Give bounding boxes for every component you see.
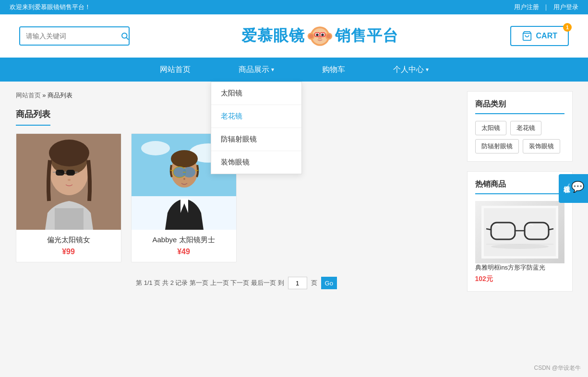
category-tag-laohua[interactable]: 老花镜 bbox=[510, 121, 541, 135]
svg-point-10 bbox=[316, 34, 319, 36]
search-icon bbox=[120, 32, 129, 40]
top-bar-right: 用户注册 ｜ 用户登录 bbox=[514, 3, 578, 12]
product-price-1: ¥99 bbox=[22, 247, 115, 256]
svg-point-6 bbox=[309, 34, 313, 38]
product-price-2: ¥49 bbox=[137, 247, 230, 256]
product-info-2: Aabbye 太阳镜男士 ¥49 bbox=[132, 230, 236, 262]
dropdown-item-laohua[interactable]: 老花镜 bbox=[211, 105, 301, 128]
svg-point-15 bbox=[318, 36, 322, 39]
nav-item-products[interactable]: 商品展示 ▾ 太阳镜 老花镜 防辐射眼镜 装饰眼镜 bbox=[215, 58, 298, 82]
sidebar-hot: 热销商品 bbox=[467, 171, 573, 292]
svg-point-11 bbox=[321, 34, 324, 36]
sidebar-categories: 商品类别 太阳镜 老花镜 防辐射眼镜 装饰眼镜 bbox=[467, 91, 573, 162]
product-image-1 bbox=[16, 134, 121, 230]
pagination-input[interactable] bbox=[288, 277, 307, 289]
section-title: 商品列表 bbox=[16, 108, 50, 126]
sidebar-category-title: 商品类别 bbox=[475, 99, 564, 114]
separator: ｜ bbox=[543, 3, 549, 11]
product-name-1: 偏光太阳镜女 bbox=[22, 236, 115, 245]
category-tag-fangfu[interactable]: 防辐射眼镜 bbox=[475, 139, 519, 153]
dropdown-item-zhuangshi[interactable]: 装饰眼镜 bbox=[211, 151, 301, 174]
cart-label: CART bbox=[536, 32, 557, 40]
svg-point-49 bbox=[491, 244, 549, 249]
svg-point-33 bbox=[171, 150, 198, 167]
cart-badge: 1 bbox=[563, 23, 572, 32]
hot-product-name: 典雅明框ins方形字防蓝光 bbox=[475, 263, 564, 272]
login-link[interactable]: 用户登录 bbox=[553, 3, 578, 11]
search-input[interactable] bbox=[20, 27, 116, 45]
svg-line-38 bbox=[170, 170, 173, 171]
sidebar-hot-title: 热销商品 bbox=[475, 179, 564, 194]
svg-rect-27 bbox=[55, 208, 84, 230]
svg-point-26 bbox=[68, 179, 71, 181]
breadcrumb-separator: » bbox=[42, 92, 46, 99]
hot-product-price: 102元 bbox=[475, 275, 564, 283]
pagination-text: 第 1/1 页 共 2 记录 第一页 上一页 下一页 最后一页 到 bbox=[136, 279, 284, 287]
register-link[interactable]: 用户注册 bbox=[514, 3, 539, 11]
svg-line-1 bbox=[126, 37, 128, 39]
dropdown-item-fangfu[interactable]: 防辐射眼镜 bbox=[211, 128, 301, 151]
svg-point-0 bbox=[122, 33, 127, 38]
category-tags: 太阳镜 老花镜 防辐射眼镜 装饰眼镜 bbox=[475, 121, 564, 153]
nav-item-cart[interactable]: 购物车 bbox=[298, 58, 369, 82]
product-name-2: Aabbye 太阳镜男士 bbox=[137, 236, 230, 245]
cart-button[interactable]: CART 1 bbox=[510, 26, 569, 46]
svg-rect-21 bbox=[56, 170, 64, 176]
hot-product-image bbox=[475, 201, 564, 263]
svg-point-40 bbox=[183, 178, 185, 180]
nav: 网站首页 商品展示 ▾ 太阳镜 老花镜 防辐射眼镜 装饰眼镜 购物车 个人中心 … bbox=[0, 58, 588, 82]
top-bar: 欢迎来到爱慕眼镜销售平台！ 用户注册 ｜ 用户登录 bbox=[0, 0, 588, 14]
nav-item-profile[interactable]: 个人中心 ▾ bbox=[369, 58, 453, 82]
logo-monkey bbox=[307, 23, 333, 49]
logo: 爱慕眼镜 销售平台 bbox=[241, 23, 398, 49]
svg-line-39 bbox=[195, 170, 198, 171]
pagination-page-label: 页 bbox=[311, 279, 317, 287]
search-button[interactable] bbox=[116, 27, 130, 45]
category-tag-sun[interactable]: 太阳镜 bbox=[475, 121, 506, 135]
breadcrumb-current: 商品列表 bbox=[48, 92, 72, 99]
nav-item-home[interactable]: 网站首页 bbox=[136, 58, 215, 82]
pagination: 第 1/1 页 共 2 记录 第一页 上一页 下一页 最后一页 到 页 Go bbox=[16, 277, 457, 289]
header: 爱慕眼镜 销售平台 bbox=[0, 14, 588, 58]
welcome-text: 欢迎来到爱慕眼镜销售平台！ bbox=[10, 3, 91, 12]
svg-point-20 bbox=[49, 140, 89, 166]
products-dropdown: 太阳镜 老花镜 防辐射眼镜 装饰眼镜 bbox=[211, 82, 302, 174]
logo-text-after: 销售平台 bbox=[335, 25, 398, 47]
chat-icon: 💬 bbox=[571, 181, 584, 193]
svg-point-7 bbox=[326, 34, 331, 38]
cart-icon bbox=[522, 31, 532, 41]
product-card-1[interactable]: 偏光太阳镜女 ¥99 bbox=[16, 133, 121, 262]
chevron-left-icon: 《 bbox=[564, 183, 570, 191]
chevron-down-icon-profile: ▾ bbox=[426, 66, 429, 73]
pagination-go-button[interactable]: Go bbox=[321, 277, 337, 289]
category-tag-zhuangshi[interactable]: 装饰眼镜 bbox=[523, 139, 560, 153]
chevron-down-icon: ▾ bbox=[271, 66, 274, 73]
sidebar: 商品类别 太阳镜 老花镜 防辐射眼镜 装饰眼镜 热销商品 bbox=[467, 91, 573, 301]
logo-text-before: 爱慕眼镜 bbox=[241, 25, 305, 47]
float-bar[interactable]: 💬 在线客服 《 bbox=[559, 174, 588, 203]
svg-point-31 bbox=[141, 141, 170, 155]
product-info-1: 偏光太阳镜女 ¥99 bbox=[16, 230, 121, 262]
breadcrumb-home[interactable]: 网站首页 bbox=[16, 92, 41, 99]
dropdown-item-sun[interactable]: 太阳镜 bbox=[211, 82, 301, 105]
search-box bbox=[19, 26, 130, 46]
product-photo-1 bbox=[16, 134, 121, 230]
glasses-photo bbox=[481, 206, 558, 259]
svg-rect-22 bbox=[66, 170, 75, 176]
